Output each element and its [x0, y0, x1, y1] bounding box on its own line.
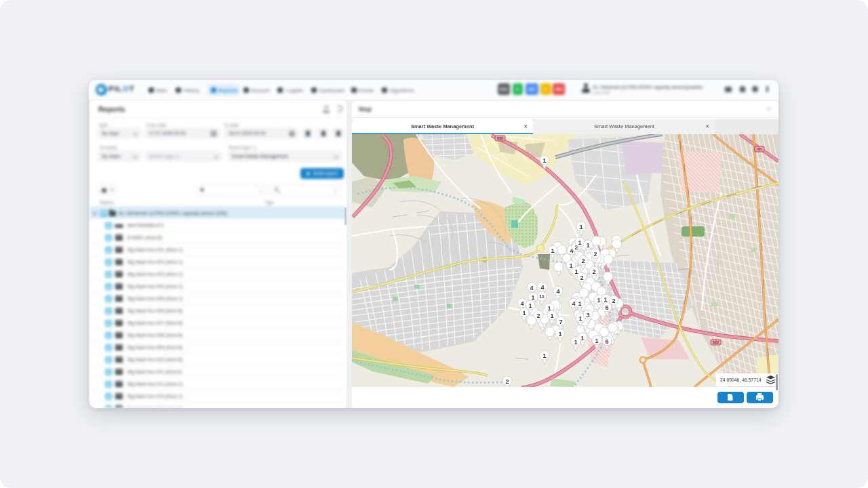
svg-text:522: 522	[713, 340, 719, 344]
svg-text:1: 1	[569, 262, 572, 268]
svg-text:7: 7	[559, 318, 562, 325]
svg-text:2: 2	[505, 378, 509, 384]
svg-text:1: 1	[558, 330, 561, 337]
svg-text:4: 4	[520, 300, 524, 306]
svg-text:2: 2	[593, 250, 597, 257]
svg-text:1: 1	[580, 334, 584, 341]
svg-text:1: 1	[604, 296, 607, 302]
svg-text:2: 2	[612, 297, 615, 304]
svg-text:4: 4	[540, 283, 545, 290]
svg-text:4: 4	[530, 284, 534, 291]
svg-text:1: 1	[586, 241, 589, 248]
svg-text:1: 1	[528, 302, 532, 308]
svg-text:3: 3	[586, 311, 589, 318]
svg-text:1: 1	[574, 338, 577, 345]
svg-text:1: 1	[578, 300, 581, 306]
svg-text:1: 1	[542, 352, 546, 359]
svg-text:1: 1	[551, 247, 554, 253]
svg-text:65: 65	[757, 147, 762, 151]
svg-text:1: 1	[597, 296, 600, 303]
svg-text:1: 1	[578, 314, 582, 321]
svg-text:6: 6	[605, 338, 608, 344]
svg-text:6: 6	[605, 304, 608, 310]
svg-text:1: 1	[531, 293, 534, 300]
svg-text:2: 2	[581, 257, 585, 264]
svg-text:2: 2	[592, 268, 595, 274]
svg-text:1: 1	[579, 223, 583, 230]
svg-text:535: 535	[497, 136, 503, 140]
svg-text:1: 1	[550, 312, 553, 319]
svg-text:2: 2	[536, 312, 540, 319]
svg-text:11: 11	[539, 293, 545, 300]
svg-text:4: 4	[556, 287, 560, 294]
svg-text:1: 1	[522, 309, 526, 316]
svg-text:1: 1	[595, 337, 598, 344]
svg-text:1: 1	[574, 268, 578, 274]
svg-text:1: 1	[578, 239, 581, 245]
svg-text:2: 2	[580, 274, 583, 281]
svg-text:1: 1	[542, 157, 546, 163]
